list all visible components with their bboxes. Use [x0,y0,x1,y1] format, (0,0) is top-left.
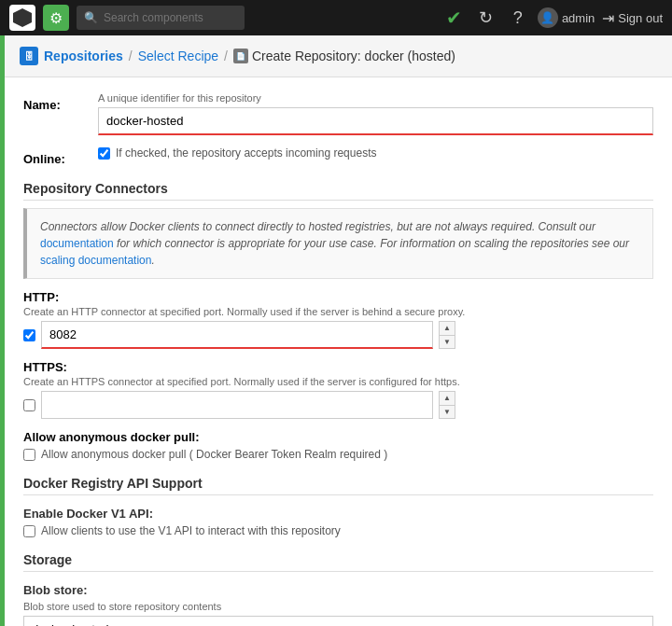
breadcrumb-repositories[interactable]: 🗄 Repositories [20,47,123,65]
blob-select[interactable]: docker-hosted [23,616,653,626]
https-input-row: ▲ ▼ [23,391,653,419]
connector-info-box: Connectors allow Docker clients to conne… [23,208,653,279]
online-row: Online: If checked, the repository accep… [23,146,653,166]
https-spinner[interactable]: ▲ ▼ [439,391,455,419]
form-area: Name: A unique identifier for this repos… [5,77,672,626]
doc-link[interactable]: documentation [40,237,114,250]
online-label: Online: [23,146,98,166]
avatar: 👤 [538,7,558,28]
name-field: A unique identifier for this repository [98,92,653,135]
name-row: Name: A unique identifier for this repos… [23,92,653,135]
breadcrumb-sep-1: / [129,49,133,63]
http-port-input[interactable] [41,321,433,349]
signout-button[interactable]: ⇥ Sign out [602,9,663,27]
repo-icon: 🗄 [20,47,38,65]
signout-icon: ⇥ [602,9,614,27]
https-field: HTTPS: Create an HTTPS connector at spec… [23,360,653,419]
scaling-link[interactable]: scaling documentation [40,254,151,267]
signout-label: Sign out [618,11,663,25]
v1-checkbox-row: Allow clients to use the V1 API to inter… [23,524,653,537]
name-input[interactable] [98,107,653,135]
navbar: ⚙ 🔍 ✔ ↻ ? 👤 admin ⇥ Sign out [0,0,672,35]
http-input-row: ▲ ▼ [23,321,653,349]
breadcrumb: 🗄 Repositories / Select Recipe / 📄 Creat… [5,35,672,77]
v1-label: Enable Docker V1 API: [23,507,653,521]
http-checkbox[interactable] [23,329,35,341]
online-checkbox[interactable] [98,147,110,160]
search-icon: 🔍 [84,11,98,24]
blob-label: Blob store: [23,583,653,597]
logo-icon[interactable] [9,5,35,31]
http-label: HTTP: [23,290,653,304]
blob-field: Blob store: Blob store used to store rep… [23,583,653,626]
breadcrumb-select-recipe[interactable]: Select Recipe [138,49,218,63]
breadcrumb-current: 📄 Create Repository: docker (hosted) [233,49,455,63]
http-spinner[interactable]: ▲ ▼ [439,321,455,349]
anon-checkbox-row: Allow anonymous docker pull ( Docker Bea… [23,448,653,461]
search-bar[interactable]: 🔍 [77,6,245,30]
page-layout: 🗄 Repositories / Select Recipe / 📄 Creat… [0,35,672,626]
https-spinner-up[interactable]: ▲ [440,392,455,406]
storage-header: Storage [23,552,653,572]
main-content: 🗄 Repositories / Select Recipe / 📄 Creat… [5,35,672,626]
breadcrumb-current-label: Create Repository: docker (hosted) [252,49,455,63]
http-hint: Create an HTTP connector at specified po… [23,306,653,317]
breadcrumb-repo-label: Repositories [44,49,123,63]
anon-checkbox[interactable] [23,449,35,461]
spinner-up[interactable]: ▲ [440,322,455,336]
breadcrumb-sep-2: / [224,49,228,63]
online-field: If checked, the repository accepts incom… [98,146,653,160]
status-check-icon: ✔ [442,6,467,30]
https-hint: Create an HTTPS connector at specified p… [23,376,653,387]
search-input[interactable] [104,11,237,24]
https-port-input[interactable] [41,391,433,419]
repo-connectors-header: Repository Connectors [23,181,653,201]
v1-hint: Allow clients to use the V1 API to inter… [41,524,341,537]
gear-icon[interactable]: ⚙ [43,5,69,31]
help-icon[interactable]: ? [506,6,530,30]
v1-checkbox[interactable] [23,525,35,537]
refresh-icon[interactable]: ↻ [474,6,498,30]
v1-api-field: Enable Docker V1 API: Allow clients to u… [23,507,653,537]
https-checkbox[interactable] [23,399,35,411]
online-hint: If checked, the repository accepts incom… [116,146,376,160]
spinner-down[interactable]: ▼ [440,336,455,349]
name-label: Name: [23,92,98,112]
anon-section: Allow anonymous docker pull: Allow anony… [23,430,653,461]
username-label: admin [562,11,595,25]
https-label: HTTPS: [23,360,653,374]
anon-hint: Allow anonymous docker pull ( Docker Bea… [41,448,387,461]
docker-api-header: Docker Registry API Support [23,476,653,495]
https-spinner-down[interactable]: ▼ [440,406,455,419]
user-menu[interactable]: 👤 admin [538,7,595,28]
http-field: HTTP: Create an HTTP connector at specif… [23,290,653,349]
name-hint: A unique identifier for this repository [98,92,653,104]
blob-hint: Blob store used to store repository cont… [23,601,653,612]
anon-label: Allow anonymous docker pull: [23,430,653,444]
page-icon: 📄 [233,49,248,63]
